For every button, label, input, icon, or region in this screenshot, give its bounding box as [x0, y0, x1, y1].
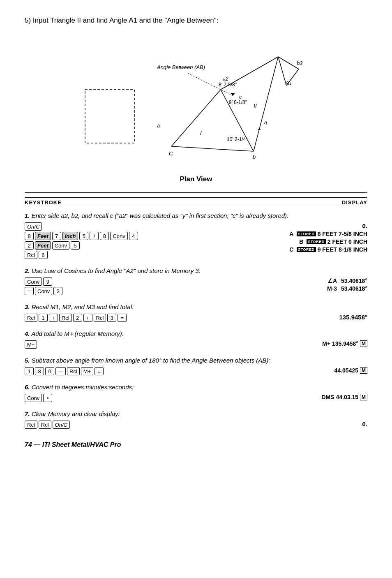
- display-line: M+ 135.9458° M: [322, 340, 367, 347]
- display-line: 0.: [362, 222, 367, 229]
- key-1[interactable]: 1: [39, 314, 48, 322]
- key-2[interactable]: 2: [73, 314, 82, 322]
- step-description-7: 7. Clear Memory and clear display:: [25, 409, 367, 418]
- display-prefix: ∠A: [327, 277, 337, 284]
- key-5[interactable]: 5: [79, 232, 88, 240]
- svg-rect-0: [85, 90, 134, 143]
- keystroke-label: KEYSTROKE: [25, 199, 62, 206]
- key-3[interactable]: 3: [53, 287, 62, 295]
- step-7: 7. Clear Memory and clear display:RclRcl…: [25, 409, 367, 429]
- display-value: 2 FEET 0 INCH: [327, 238, 367, 245]
- key-line: RclRclOn/C: [25, 421, 140, 429]
- display-line: 0.: [362, 421, 367, 428]
- key-line: Conv•: [25, 394, 140, 402]
- display-col-6: DMS 44.03.15 M: [236, 394, 367, 400]
- key-conv[interactable]: Conv: [35, 287, 52, 295]
- key-onc[interactable]: On/C: [25, 222, 42, 231]
- key-line: 2FeetConv5: [25, 241, 140, 250]
- key-rcl[interactable]: Rcl: [25, 314, 37, 322]
- svg-line-1: [171, 146, 254, 151]
- key-m-[interactable]: M+: [25, 340, 37, 349]
- step-6: 6. Convert to degrees:minutes:seconds:Co…: [25, 383, 367, 402]
- key--[interactable]: =: [25, 287, 34, 295]
- key-inch[interactable]: Inch: [62, 232, 78, 240]
- svg-text:∠: ∠: [258, 126, 261, 131]
- key-7[interactable]: 7: [52, 232, 61, 240]
- display-col-7: 0.: [236, 421, 367, 428]
- key-rcl[interactable]: Rcl: [39, 421, 51, 429]
- key--[interactable]: +: [49, 314, 58, 322]
- keystroke-col-6: Conv•: [25, 394, 140, 402]
- key-0[interactable]: 0: [45, 367, 54, 375]
- display-line: CSTORED9 FEET 8-1/8 INCH: [289, 246, 367, 253]
- step-row-7: RclRclOn/C0.: [25, 421, 367, 429]
- svg-line-2: [171, 90, 221, 146]
- key--[interactable]: =: [118, 314, 127, 322]
- key--[interactable]: +: [83, 314, 92, 322]
- keystroke-display-header: KEYSTROKE DISPLAY: [25, 197, 367, 207]
- key-6[interactable]: 6: [39, 251, 48, 259]
- svg-text:a: a: [157, 123, 160, 129]
- svg-marker-11: [231, 93, 235, 96]
- key-2[interactable]: 2: [25, 241, 34, 250]
- stored-badge: STORED: [297, 247, 316, 252]
- step-2: 2. Use Law of Cosines to find Angle "A2"…: [25, 266, 367, 295]
- display-col-1: 0.ASTORED8 FEET 7-5/8 INCHBSTORED2 FEET …: [236, 222, 367, 253]
- key-rcl[interactable]: Rcl: [25, 421, 37, 429]
- key-8[interactable]: 8: [35, 367, 44, 375]
- footer: 74 — ITI Sheet Metal/HVAC Pro: [25, 441, 367, 449]
- stored-badge: STORED: [297, 231, 316, 236]
- key-feet[interactable]: Feet: [35, 232, 51, 240]
- display-prefix: M-3: [327, 285, 337, 292]
- key-4[interactable]: 4: [129, 232, 138, 240]
- display-value: 53.40618°: [341, 285, 367, 292]
- svg-text:b2: b2: [297, 60, 303, 66]
- svg-text:9' 8-1/8": 9' 8-1/8": [229, 99, 247, 105]
- key-1[interactable]: 1: [25, 367, 34, 375]
- key-rcl[interactable]: Rcl: [25, 251, 37, 259]
- display-line: 135.9458°: [339, 314, 367, 321]
- key-rcl[interactable]: Rcl: [94, 314, 106, 322]
- step-row-2: Conv9=Conv3∠A53.40618°M-353.40618°: [25, 277, 367, 295]
- key-5[interactable]: 5: [71, 241, 80, 250]
- svg-text:c: c: [239, 94, 242, 100]
- key-line: =Conv3: [25, 287, 140, 295]
- key-rcl[interactable]: Rcl: [59, 314, 72, 322]
- key-m-[interactable]: M+: [81, 367, 93, 375]
- keystroke-col-3: Rcl1+Rcl2+Rcl3=: [25, 314, 140, 322]
- key-conv[interactable]: Conv: [52, 241, 69, 250]
- svg-text:Angle Between (AB): Angle Between (AB): [157, 64, 205, 70]
- plan-view-label: Plan View: [25, 175, 367, 183]
- key-onc[interactable]: On/C: [53, 421, 70, 429]
- key-conv[interactable]: Conv: [110, 232, 127, 240]
- display-prefix: B: [299, 238, 303, 245]
- m-memory-badge: M: [360, 367, 367, 374]
- display-line: ∠A53.40618°: [327, 277, 367, 284]
- key--[interactable]: =: [95, 367, 104, 375]
- key--[interactable]: —: [55, 367, 66, 375]
- display-value: 44.05425: [334, 367, 358, 374]
- m-memory-badge: M: [360, 394, 367, 400]
- key-line: Rcl1+Rcl2+Rcl3=: [25, 314, 140, 322]
- key-3[interactable]: 3: [107, 314, 116, 322]
- display-col-4: M+ 135.9458° M: [236, 340, 367, 347]
- key-line: 8Feet7Inch5/8Conv4: [25, 232, 140, 240]
- key-conv[interactable]: Conv: [25, 277, 42, 286]
- key--[interactable]: /: [90, 232, 99, 240]
- key-feet[interactable]: Feet: [35, 241, 51, 250]
- display-line: 44.05425 M: [334, 367, 367, 374]
- keystroke-col-4: M+: [25, 340, 140, 349]
- key--[interactable]: •: [43, 394, 52, 402]
- key-8[interactable]: 8: [25, 232, 34, 240]
- display-value: 8 FEET 7-5/8 INCH: [318, 231, 367, 237]
- key-8[interactable]: 8: [100, 232, 109, 240]
- key-9[interactable]: 9: [43, 277, 52, 286]
- step-description-4: 4. Add total to M+ (regular Memory):: [25, 329, 367, 338]
- key-rcl[interactable]: Rcl: [67, 367, 80, 375]
- display-col-5: 44.05425 M: [236, 367, 367, 374]
- step-row-4: M+M+ 135.9458° M: [25, 340, 367, 349]
- keystroke-col-1: On/C8Feet7Inch5/8Conv42FeetConv5Rcl6: [25, 222, 140, 259]
- key-conv[interactable]: Conv: [25, 394, 42, 402]
- display-line: ASTORED8 FEET 7-5/8 INCH: [289, 231, 367, 237]
- svg-text:C: C: [169, 150, 173, 157]
